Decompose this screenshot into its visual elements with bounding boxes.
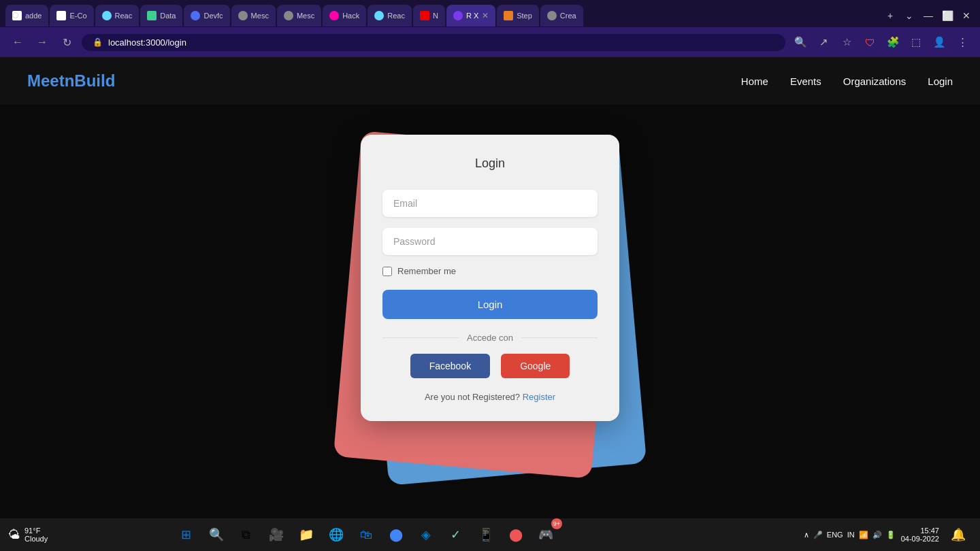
tray-region: IN	[847, 531, 855, 539]
tray-sound-icon[interactable]: 🔊	[872, 531, 882, 539]
tab-11[interactable]: R X ✕	[446, 5, 495, 27]
login-title: Login	[382, 156, 598, 171]
tab-list-button[interactable]: ⌄	[901, 7, 917, 24]
edge-button[interactable]: 🌐	[323, 521, 350, 548]
whatsapp-button[interactable]: 📱	[472, 521, 500, 548]
search-button[interactable]: 🔍	[203, 521, 230, 548]
remember-me-checkbox[interactable]	[382, 267, 392, 276]
taskbar-right: ∧ 🎤 ENG IN 📶 🔊 🔋 15:47 04-09-2022 🔔	[804, 521, 972, 548]
tab-label-12: Step	[517, 12, 532, 20]
vscode-button[interactable]: ◈	[412, 521, 440, 548]
nav-home[interactable]: Home	[741, 76, 768, 87]
menu-icon[interactable]: ⋮	[953, 33, 972, 52]
tab-2[interactable]: E-Co	[50, 5, 93, 27]
browser-chrome: ⬡ adde E-Co Reac Data Devfc Mesc Mesc	[0, 0, 980, 57]
tab-label-11: R X	[466, 12, 478, 20]
remember-me-section: Remember me	[382, 266, 598, 276]
social-divider: Accede con	[382, 333, 598, 343]
git-button[interactable]: ✓	[442, 521, 470, 548]
tray-battery-icon[interactable]: 🔋	[886, 531, 896, 539]
tab-icon-7	[284, 11, 293, 20]
profile-sidebar-icon[interactable]: ⬚	[906, 33, 926, 52]
tab-8[interactable]: Hack	[323, 5, 366, 27]
tab-5[interactable]: Devfc	[184, 5, 229, 27]
chrome-button[interactable]: ⬤	[382, 521, 410, 548]
tab-label-1: adde	[25, 12, 42, 20]
tab-9[interactable]: Reac	[368, 5, 412, 27]
files-button[interactable]: 📁	[293, 521, 320, 548]
email-field[interactable]	[382, 190, 598, 217]
tab-label-4: Data	[160, 12, 176, 20]
tab-10[interactable]: N	[413, 5, 445, 27]
tab-icon-2	[56, 11, 66, 20]
tray-up-arrow[interactable]: ∧	[804, 531, 809, 539]
tab-label-7: Mesc	[297, 12, 314, 20]
tab-4[interactable]: Data	[140, 5, 182, 27]
date: 04-09-2022	[901, 535, 939, 543]
user-avatar[interactable]: 👤	[930, 33, 949, 52]
refresh-button[interactable]: ↻	[57, 33, 76, 52]
login-button[interactable]: Login	[382, 290, 598, 319]
tab-label-9: Reac	[387, 12, 405, 20]
tab-label-3: Reac	[115, 12, 133, 20]
new-tab-button[interactable]: +	[882, 7, 898, 24]
remember-me-label[interactable]: Remember me	[397, 266, 456, 276]
register-question: Are you not Registered?	[425, 392, 520, 402]
tray-lang: ENG	[827, 531, 843, 539]
tab-label-2: E-Co	[69, 12, 86, 20]
address-actions: 🔍 ↗ ☆ 🛡 🧩 ⬚ 👤 ⋮	[791, 33, 972, 52]
start-button[interactable]: ⊞	[173, 521, 200, 548]
tray-mic-icon[interactable]: 🎤	[813, 531, 823, 539]
extensions-icon[interactable]: 🧩	[883, 33, 902, 52]
tab-3[interactable]: Reac	[95, 5, 140, 27]
tab-12[interactable]: Step	[497, 5, 539, 27]
nav-links: Home Events Organizations Login	[741, 76, 953, 87]
tab-close-11[interactable]: ✕	[482, 11, 489, 20]
divider-line-right	[521, 337, 598, 338]
google-button[interactable]: Google	[501, 354, 570, 378]
back-button[interactable]: ←	[8, 33, 27, 52]
url-bar[interactable]: 🔒 localhost:3000/login	[82, 34, 785, 51]
app1-button[interactable]: ⬤	[502, 521, 529, 548]
tab-icon-1: ⬡	[12, 11, 22, 20]
zoom-button[interactable]: 🎥	[263, 521, 290, 548]
tab-13[interactable]: Crea	[540, 5, 583, 27]
minimize-button[interactable]: —	[920, 7, 936, 24]
tray-wifi-icon[interactable]: 📶	[859, 531, 868, 539]
tab-7[interactable]: Mesc	[277, 5, 321, 27]
tab-label-10: N	[433, 12, 438, 20]
time: 15:47	[920, 527, 939, 535]
shield-icon[interactable]: 🛡	[860, 33, 879, 52]
nav-events[interactable]: Events	[790, 76, 821, 87]
tab-label-8: Hack	[342, 12, 359, 20]
navbar: MeetnBuild Home Events Organizations Log…	[0, 57, 980, 105]
taskbar: 🌤 91°F Cloudy ⊞ 🔍 ⧉ 🎥 📁 🌐 🛍 ⬤ ◈ ✓ 📱 ⬤ 🎮 …	[0, 518, 980, 551]
weather-info: 🌤 91°F Cloudy	[8, 527, 48, 543]
weather-condition: Cloudy	[24, 535, 48, 543]
bookmark-icon[interactable]: ☆	[837, 33, 856, 52]
tab-icon-8	[329, 11, 339, 20]
brand-logo[interactable]: MeetnBuild	[27, 71, 115, 90]
tab-icon-3	[102, 11, 112, 20]
share-icon[interactable]: ↗	[814, 33, 833, 52]
address-bar: ← → ↻ 🔒 localhost:3000/login 🔍 ↗ ☆ 🛡 🧩 ⬚…	[0, 27, 980, 57]
weather-text: 91°F Cloudy	[24, 527, 48, 543]
login-card: Login Remember me Login Accede con Faceb…	[361, 135, 619, 421]
social-buttons: Facebook Google	[382, 354, 598, 378]
notification-center[interactable]: 🔔	[945, 521, 972, 548]
nav-organizations[interactable]: Organizations	[843, 76, 906, 87]
maximize-button[interactable]: ⬜	[939, 7, 956, 24]
search-icon[interactable]: 🔍	[791, 33, 810, 52]
forward-button[interactable]: →	[33, 33, 52, 52]
task-view-button[interactable]: ⧉	[233, 521, 260, 548]
register-link[interactable]: Register	[523, 392, 555, 402]
nav-login[interactable]: Login	[928, 76, 953, 87]
tab-6[interactable]: Mesc	[231, 5, 276, 27]
close-button[interactable]: ✕	[958, 7, 975, 24]
discord-button[interactable]: 🎮 9+	[532, 521, 559, 548]
password-field[interactable]	[382, 228, 598, 255]
brand-prefix: Meetn	[27, 71, 74, 90]
tab-1[interactable]: ⬡ adde	[5, 5, 48, 27]
store-button[interactable]: 🛍	[353, 521, 380, 548]
facebook-button[interactable]: Facebook	[410, 354, 490, 378]
